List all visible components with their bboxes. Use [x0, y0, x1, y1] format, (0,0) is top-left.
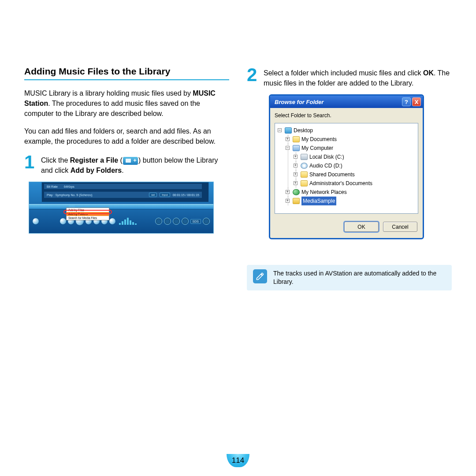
bitrate-row: Bit Rate 64Kbps: [44, 184, 202, 189]
tree-label: Desktop: [294, 127, 313, 134]
tree-label: My Computer: [301, 145, 333, 151]
button-name: OK: [423, 69, 434, 77]
text: . The procedures to add music files save…: [24, 100, 200, 117]
network-icon: [293, 189, 300, 195]
menu-item-search[interactable]: Search for Media Files: [67, 216, 109, 220]
expand-icon[interactable]: +: [294, 172, 298, 176]
tree-node-shared-docs[interactable]: + Shared Documents: [293, 170, 416, 179]
expand-icon[interactable]: +: [286, 137, 290, 141]
dialog-instruction: Select Folder to Search.: [275, 112, 418, 119]
tree-label: Shared Documents: [309, 171, 355, 178]
text: (: [118, 156, 123, 164]
step-2: 2 Select a folder which included music f…: [247, 66, 452, 88]
dialog-footer: OK Cancel: [270, 216, 423, 238]
expand-icon[interactable]: +: [294, 181, 298, 185]
section-heading: Adding Music Files to the Library: [24, 66, 229, 77]
step-text: Click the Register a File () button belo…: [41, 153, 229, 175]
menu-item-add-files[interactable]: Add by Files: [67, 208, 109, 212]
dialog-titlebar: Browse for Folder ? X: [270, 96, 423, 108]
expand-icon[interactable]: +: [286, 190, 290, 194]
aux-button[interactable]: [182, 218, 189, 225]
collapse-icon[interactable]: −: [278, 128, 282, 132]
track-label: Play : Symphony No. 9 (Scherzo): [47, 193, 93, 197]
tree-label: My Documents: [301, 136, 337, 142]
register-file-menu: Add by Files Add by Folders Search for M…: [66, 208, 109, 220]
button-name: Register a File: [70, 156, 118, 164]
help-button[interactable]: ?: [402, 97, 411, 106]
bitrate-value: 64Kbps: [64, 185, 74, 188]
note-callout: The tracks used in AVStation are automat…: [247, 265, 452, 290]
aux-button[interactable]: [173, 218, 180, 225]
text: Select a folder which included music fil…: [264, 69, 423, 77]
time-display: 00:01:15 / 00:01:15: [173, 193, 199, 197]
tree-label: Local Disk (C:): [309, 154, 344, 160]
step-1: 1 Click the Register a File () button be…: [24, 153, 229, 175]
control-button[interactable]: [33, 218, 39, 224]
menu-item-add-folders[interactable]: Add by Folders: [67, 212, 109, 216]
close-button[interactable]: X: [412, 97, 421, 106]
tree-node-admin-docs[interactable]: + Administrator's Documents: [293, 179, 416, 188]
text: Click the: [41, 156, 70, 164]
bitrate-label: Bit Rate: [47, 185, 58, 188]
step-number: 2: [247, 66, 260, 84]
tree-node-desktop[interactable]: − Desktop + My Documents − My: [277, 126, 416, 205]
tree-label-selected: MediaSample: [301, 197, 336, 205]
collapse-icon[interactable]: −: [286, 146, 290, 150]
ok-button[interactable]: OK: [344, 222, 379, 232]
folder-icon: [301, 171, 308, 178]
text: .: [122, 167, 123, 174]
prev-button[interactable]: [60, 218, 66, 224]
menu-name: Add by Folders: [71, 167, 122, 174]
tree-label: Audio CD (D:): [309, 163, 342, 169]
desktop-icon: [285, 127, 292, 134]
cancel-button[interactable]: Cancel: [383, 222, 417, 232]
tree-node-audio-cd[interactable]: + Audio CD (D:): [293, 161, 416, 170]
step-number: 1: [24, 153, 37, 171]
sds-badge: SDS: [190, 219, 201, 224]
computer-icon: [293, 145, 300, 151]
tree-node-network[interactable]: + My Network Places: [285, 188, 416, 197]
note-text: The tracks used in AVStation are automat…: [273, 269, 446, 286]
player-controls: SDS: [29, 209, 213, 233]
dialog-title: Browse for Folder: [275, 99, 324, 105]
mute-button[interactable]: [109, 218, 115, 224]
page-number-badge: 114: [227, 454, 249, 467]
tree-node-my-documents[interactable]: + My Documents: [285, 135, 416, 144]
step-text: Select a folder which included music fil…: [264, 66, 452, 88]
expand-icon[interactable]: +: [286, 199, 290, 203]
tree-label: Administrator's Documents: [309, 180, 372, 186]
tree-node-local-disk[interactable]: + Local Disk (C:): [293, 152, 416, 161]
browse-folder-dialog: Browse for Folder ? X Select Folder to S…: [269, 94, 424, 239]
tree-node-mediasample[interactable]: + MediaSample: [285, 197, 416, 205]
equalizer-icon: [119, 218, 138, 225]
folder-icon: [293, 136, 300, 142]
drive-icon: [301, 154, 308, 160]
expand-icon[interactable]: +: [294, 164, 298, 167]
aux-button[interactable]: [203, 218, 210, 225]
aux-button[interactable]: [164, 218, 171, 225]
text: MUSIC Library is a library holding music…: [24, 89, 193, 97]
player-strip: [29, 204, 213, 209]
nowplaying-row: Play : Symphony No. 9 (Scherzo) set Inpu…: [44, 192, 202, 198]
cd-icon: [301, 163, 308, 169]
aux-button[interactable]: [155, 218, 162, 225]
tree-label: My Network Places: [301, 189, 347, 195]
expand-icon[interactable]: +: [294, 155, 298, 159]
player-screenshot: Bit Rate 64Kbps Play : Symphony No. 9 (S…: [29, 182, 214, 234]
heading-rule: [24, 79, 229, 80]
register-file-icon: [123, 157, 138, 165]
input-button[interactable]: Input: [160, 193, 170, 197]
folder-open-icon: [293, 198, 300, 204]
pencil-note-icon: [253, 269, 267, 283]
folder-icon: [301, 180, 308, 186]
set-button[interactable]: set: [149, 193, 157, 197]
folder-tree[interactable]: − Desktop + My Documents − My: [275, 123, 418, 214]
intro-paragraph-2: You can add files and folders or, search…: [24, 126, 229, 146]
intro-paragraph-1: MUSIC Library is a library holding music…: [24, 88, 229, 119]
tree-node-my-computer[interactable]: − My Computer + Local Disk (C:): [285, 144, 416, 188]
